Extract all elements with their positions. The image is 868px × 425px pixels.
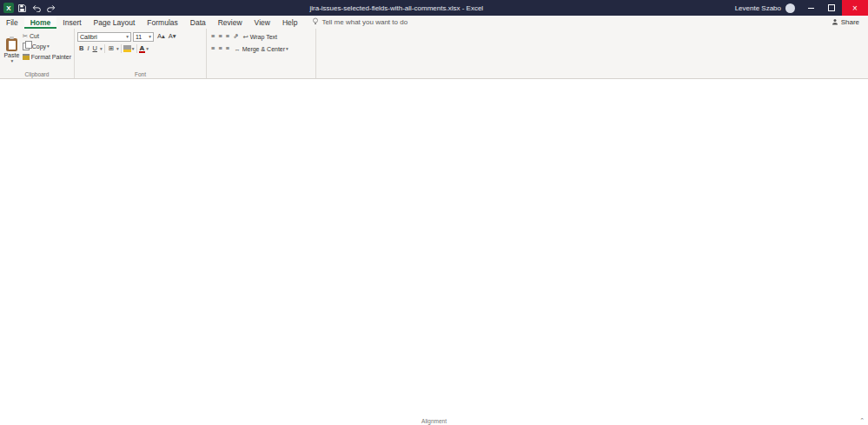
- merge-center-button[interactable]: ↔Merge & Center▾: [234, 43, 288, 54]
- format-painter-button[interactable]: Format Painter: [23, 51, 71, 62]
- font-name-select[interactable]: Calibri▾: [77, 32, 131, 42]
- excel-window: X jira-issues-selected-fields-with-all-c…: [0, 0, 868, 425]
- borders-icon[interactable]: ⊞: [107, 44, 116, 53]
- ribbon: Paste ▾ ✂Cut Copy▾ Format Painter Clipbo…: [0, 29, 868, 79]
- tab-data[interactable]: Data: [184, 16, 212, 29]
- quick-access-toolbar: [18, 4, 56, 12]
- font-group-label: Font: [75, 71, 206, 78]
- chevron-down-icon: ▾: [149, 34, 151, 39]
- font-color-icon[interactable]: A: [139, 45, 146, 53]
- copy-button[interactable]: Copy▾: [23, 41, 71, 51]
- redo-icon[interactable]: [47, 4, 56, 12]
- paste-label: Paste: [3, 52, 19, 58]
- tab-insert[interactable]: Insert: [56, 16, 87, 29]
- align-center-icon[interactable]: ≡: [216, 44, 223, 53]
- tell-me-box[interactable]: Tell me what you want to do: [312, 17, 407, 27]
- tab-help[interactable]: Help: [276, 16, 303, 29]
- copy-icon: [23, 43, 30, 50]
- minimize-button[interactable]: [800, 0, 821, 16]
- font-size-select[interactable]: 11▾: [133, 32, 154, 42]
- tell-me-text: Tell me what you want to do: [321, 18, 407, 26]
- chevron-down-icon: ▾: [126, 34, 129, 39]
- align-left-icon[interactable]: ≡: [209, 44, 216, 53]
- format-painter-icon: [23, 54, 30, 60]
- tab-view[interactable]: View: [248, 16, 276, 29]
- share-button[interactable]: Share: [832, 18, 859, 27]
- orientation-icon[interactable]: ⇗: [231, 32, 240, 41]
- chevron-down-icon: ▾: [146, 46, 149, 51]
- paste-icon: [6, 38, 17, 51]
- clipboard-group: Paste ▾ ✂Cut Copy▾ Format Painter Clipbo…: [0, 29, 75, 78]
- underline-button[interactable]: U: [91, 44, 99, 53]
- ribbon-tab-bar: FileHomeInsertPage LayoutFormulasDataRev…: [0, 16, 868, 29]
- title-bar: X jira-issues-selected-fields-with-all-c…: [0, 0, 868, 16]
- lightbulb-icon: [312, 17, 319, 27]
- user-name[interactable]: Levente Szabo: [735, 4, 781, 12]
- scissors-icon: ✂: [23, 32, 28, 40]
- font-group: Calibri▾ 11▾ A▴ A▾ B I U ▾ ⊞▾ ▾ A▾: [75, 29, 207, 78]
- paste-button[interactable]: Paste ▾: [3, 30, 21, 70]
- excel-logo-icon: X: [3, 3, 14, 13]
- wrap-text-label: Wrap Text: [250, 34, 277, 40]
- chevron-down-icon: ▾: [100, 46, 103, 51]
- tab-home[interactable]: Home: [24, 16, 57, 29]
- align-right-icon[interactable]: ≡: [224, 44, 231, 53]
- chevron-down-icon: ▾: [10, 58, 13, 63]
- undo-icon[interactable]: [32, 4, 41, 12]
- bold-button[interactable]: B: [77, 44, 85, 53]
- alignment-group: ≡ ≡ ≡ ⇗ ↩Wrap Text ≡ ≡ ≡ ↔Merge & Center…: [207, 29, 316, 78]
- avatar[interactable]: [785, 3, 795, 13]
- merge-center-label: Merge & Center: [242, 46, 285, 52]
- cut-button[interactable]: ✂Cut: [23, 30, 71, 41]
- clipboard-group-label: Clipboard: [0, 71, 74, 78]
- close-button[interactable]: ×: [842, 0, 868, 16]
- tab-review[interactable]: Review: [212, 16, 248, 29]
- menu-tabs: FileHomeInsertPage LayoutFormulasDataRev…: [0, 16, 303, 29]
- wrap-text-icon: ↩: [242, 33, 248, 41]
- cut-label: Cut: [30, 33, 39, 39]
- align-bottom-icon[interactable]: ≡: [224, 32, 231, 41]
- font-name-value: Calibri: [80, 34, 97, 40]
- chevron-down-icon: ▾: [132, 46, 135, 51]
- tab-page-layout[interactable]: Page Layout: [88, 16, 142, 29]
- format-painter-label: Format Painter: [31, 54, 71, 60]
- chevron-down-icon: ▾: [286, 46, 288, 51]
- alignment-group-label: Alignment: [0, 418, 868, 425]
- save-icon[interactable]: [18, 4, 26, 12]
- merge-center-icon: ↔: [234, 45, 241, 53]
- tab-file[interactable]: File: [0, 16, 24, 29]
- person-icon: [832, 18, 838, 27]
- wrap-text-button[interactable]: ↩Wrap Text: [242, 31, 277, 42]
- chevron-down-icon: ▾: [116, 46, 119, 51]
- tab-formulas[interactable]: Formulas: [141, 16, 183, 29]
- window-title: jira-issues-selected-fields-with-all-com…: [63, 4, 731, 12]
- restore-button[interactable]: [821, 0, 842, 16]
- fill-color-icon[interactable]: [123, 45, 131, 52]
- share-label: Share: [841, 18, 859, 26]
- increase-font-size-icon[interactable]: A▴: [156, 32, 167, 41]
- collapse-ribbon-icon[interactable]: ⌃: [859, 417, 865, 424]
- chevron-down-icon: ▾: [47, 43, 50, 49]
- font-size-value: 11: [136, 34, 142, 40]
- align-middle-icon[interactable]: ≡: [216, 32, 223, 41]
- copy-label: Copy: [32, 43, 46, 50]
- decrease-font-size-icon[interactable]: A▾: [167, 32, 178, 41]
- align-top-icon[interactable]: ≡: [209, 32, 216, 41]
